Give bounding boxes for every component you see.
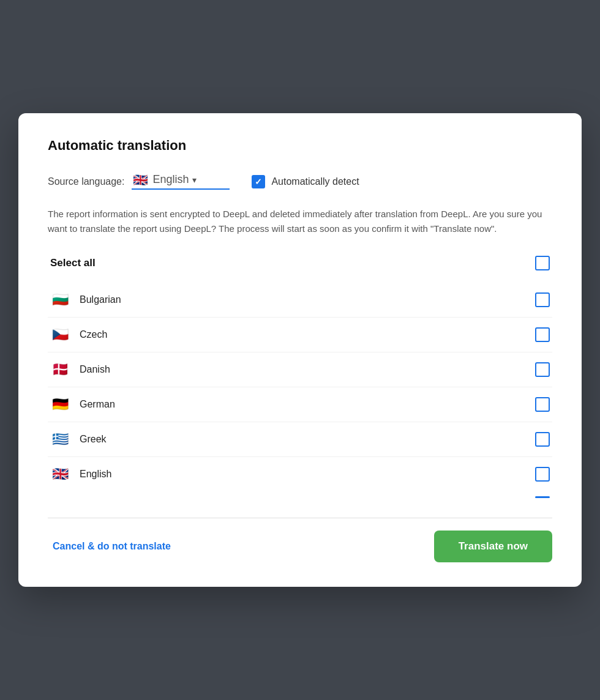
bulgarian-checkbox[interactable] [535, 292, 550, 307]
lang-left-danish: 🇩🇰 Danish [50, 363, 110, 376]
chevron-down-icon: ▾ [192, 175, 197, 185]
german-checkbox[interactable] [535, 397, 550, 412]
lang-left-bulgarian: 🇧🇬 Bulgarian [50, 293, 121, 307]
scroll-indicator [535, 496, 550, 498]
auto-detect-label: Automatically detect [271, 176, 359, 187]
lang-left-german: 🇩🇪 German [50, 398, 115, 411]
language-name-greek: Greek [80, 434, 107, 445]
bulgarian-flag-icon: 🇧🇬 [50, 293, 70, 307]
cancel-button[interactable]: Cancel & do not translate [48, 534, 176, 559]
czech-checkbox[interactable] [535, 327, 550, 342]
greek-flag-icon: 🇬🇷 [50, 433, 70, 446]
source-language-row: Source language: 🇬🇧 English ▾ Automatica… [48, 173, 552, 190]
auto-detect-row: Automatically detect [252, 175, 359, 188]
german-flag-icon: 🇩🇪 [50, 398, 70, 411]
lang-left-english: 🇬🇧 English [50, 467, 111, 481]
modal-overlay: Automatic translation Source language: 🇬… [0, 0, 600, 700]
auto-detect-checkbox[interactable] [252, 175, 265, 188]
translate-now-button[interactable]: Translate now [434, 531, 552, 562]
description-text: The report information is sent encrypted… [48, 207, 552, 236]
language-list: 🇧🇬 Bulgarian 🇨🇿 Czech 🇩🇰 Danish [48, 283, 552, 491]
lang-left-greek: 🇬🇷 Greek [50, 433, 107, 446]
lang-left-czech: 🇨🇿 Czech [50, 328, 107, 341]
list-item: 🇩🇰 Danish [48, 352, 552, 387]
selected-language-value: English [152, 173, 189, 186]
list-item: 🇬🇧 English [48, 457, 552, 491]
danish-checkbox[interactable] [535, 362, 550, 377]
language-name-czech: Czech [80, 329, 107, 340]
list-item: 🇧🇬 Bulgarian [48, 283, 552, 318]
language-name-german: German [80, 399, 115, 410]
modal-footer: Cancel & do not translate Translate now [48, 518, 552, 562]
language-select[interactable]: 🇬🇧 English ▾ [132, 173, 230, 190]
source-language-label: Source language: [48, 176, 124, 187]
danish-flag-icon: 🇩🇰 [50, 363, 70, 376]
list-item: 🇩🇪 German [48, 387, 552, 422]
select-all-checkbox[interactable] [535, 256, 550, 270]
select-all-row: Select all [48, 256, 552, 270]
list-item: 🇨🇿 Czech [48, 318, 552, 352]
uk-flag-icon: 🇬🇧 [132, 174, 149, 186]
english-flag-icon: 🇬🇧 [50, 467, 70, 481]
modal-title: Automatic translation [48, 138, 552, 154]
english-checkbox[interactable] [535, 467, 550, 482]
automatic-translation-modal: Automatic translation Source language: 🇬… [18, 113, 582, 587]
czech-flag-icon: 🇨🇿 [50, 328, 70, 341]
greek-checkbox[interactable] [535, 432, 550, 447]
language-name-english: English [80, 469, 111, 480]
language-name-danish: Danish [80, 364, 110, 375]
scroll-hint [48, 491, 552, 498]
language-name-bulgarian: Bulgarian [80, 294, 121, 305]
list-item: 🇬🇷 Greek [48, 422, 552, 457]
select-all-label: Select all [50, 257, 96, 269]
